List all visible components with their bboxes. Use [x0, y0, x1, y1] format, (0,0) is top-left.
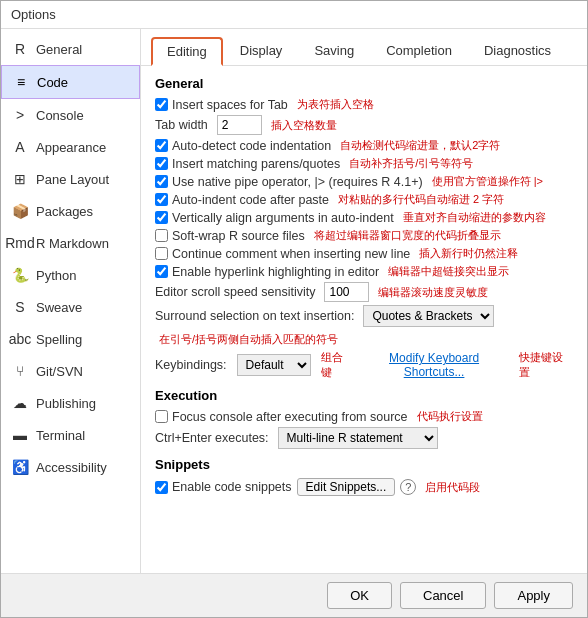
native-pipe-checkbox[interactable] [155, 175, 168, 188]
sidebar-label-pane-layout: Pane Layout [36, 172, 109, 187]
tab-display[interactable]: Display [225, 37, 298, 65]
soft-wrap-row: Soft-wrap R source files 将超过编辑器窗口宽度的代码折叠… [155, 228, 573, 243]
sidebar-item-git-svn[interactable]: ⑂Git/SVN [1, 355, 140, 387]
editing-panel: General Insert spaces for Tab 为表符插入空格 Ta… [141, 66, 587, 573]
bottom-bar: OK Cancel Apply [1, 573, 587, 617]
insert-spaces-annotation: 为表符插入空格 [297, 97, 374, 112]
cancel-button[interactable]: Cancel [400, 582, 486, 609]
focus-console-annotation: 代码执行设置 [417, 409, 483, 424]
insert-matching-text: Insert matching parens/quotes [172, 157, 340, 171]
auto-indent-label[interactable]: Auto-indent code after paste [155, 193, 329, 207]
sidebar-icon-publishing: ☁ [11, 394, 29, 412]
ctrl-enter-label: Ctrl+Enter executes: [155, 431, 269, 445]
sidebar-item-python[interactable]: 🐍Python [1, 259, 140, 291]
sidebar-item-spelling[interactable]: abcSpelling [1, 323, 140, 355]
soft-wrap-label[interactable]: Soft-wrap R source files [155, 229, 305, 243]
auto-detect-label[interactable]: Auto-detect code indentation [155, 139, 331, 153]
sidebar-item-appearance[interactable]: AAppearance [1, 131, 140, 163]
auto-detect-annotation: 自动检测代码缩进量，默认2字符 [340, 138, 500, 153]
tab-width-label: Tab width [155, 118, 208, 132]
surround-label: Surround selection on text insertion: [155, 309, 354, 323]
focus-console-text: Focus console after executing from sourc… [172, 410, 408, 424]
sidebar-label-packages: Packages [36, 204, 93, 219]
tab-completion[interactable]: Completion [371, 37, 467, 65]
modify-shortcuts-button[interactable]: Modify Keyboard Shortcuts... [359, 351, 509, 379]
sidebar-label-git-svn: Git/SVN [36, 364, 83, 379]
sidebar-item-publishing[interactable]: ☁Publishing [1, 387, 140, 419]
sidebar-label-appearance: Appearance [36, 140, 106, 155]
sidebar-icon-code: ≡ [12, 73, 30, 91]
surround-select[interactable]: Quotes & Brackets Quotes None [363, 305, 494, 327]
vertically-align-label[interactable]: Vertically align arguments in auto-inden… [155, 211, 394, 225]
scroll-speed-row: Editor scroll speed sensitivity 编辑器滚动速度灵… [155, 282, 573, 302]
native-pipe-label[interactable]: Use native pipe operator, |> (requires R… [155, 175, 423, 189]
ctrl-enter-select[interactable]: Multi-line R statement Current line [278, 427, 438, 449]
enable-snippets-row: Enable code snippets Edit Snippets... ? … [155, 478, 573, 496]
sidebar-item-accessibility[interactable]: ♿Accessibility [1, 451, 140, 483]
sidebar: RGeneral≡Code>ConsoleAAppearance⊞Pane La… [1, 29, 141, 573]
ctrl-enter-row: Ctrl+Enter executes: Multi-line R statem… [155, 427, 573, 449]
focus-console-checkbox[interactable] [155, 410, 168, 423]
sidebar-item-packages[interactable]: 📦Packages [1, 195, 140, 227]
sidebar-item-pane-layout[interactable]: ⊞Pane Layout [1, 163, 140, 195]
insert-spaces-checkbox[interactable] [155, 98, 168, 111]
sidebar-item-general[interactable]: RGeneral [1, 33, 140, 65]
surround-row: Surround selection on text insertion: Qu… [155, 305, 573, 347]
focus-console-row: Focus console after executing from sourc… [155, 409, 573, 424]
tab-editing[interactable]: Editing [151, 37, 223, 66]
ok-button[interactable]: OK [327, 582, 392, 609]
sidebar-icon-pane-layout: ⊞ [11, 170, 29, 188]
vertically-align-checkbox[interactable] [155, 211, 168, 224]
enable-snippets-annotation: 启用代码段 [425, 480, 480, 495]
auto-indent-annotation: 对粘贴的多行代码自动缩进 2 字符 [338, 192, 504, 207]
auto-detect-checkbox[interactable] [155, 139, 168, 152]
snippets-section-title: Snippets [155, 457, 573, 472]
insert-matching-label[interactable]: Insert matching parens/quotes [155, 157, 340, 171]
enable-hyperlink-label[interactable]: Enable hyperlink highlighting in editor [155, 265, 379, 279]
sidebar-item-r-markdown[interactable]: RmdR Markdown [1, 227, 140, 259]
scroll-speed-label: Editor scroll speed sensitivity [155, 285, 315, 299]
insert-matching-annotation: 自动补齐括号/引号等符号 [349, 156, 473, 171]
keybindings-select[interactable]: Default Vim Emacs Sublime [237, 354, 311, 376]
tab-width-row: Tab width 插入空格数量 [155, 115, 573, 135]
insert-matching-checkbox[interactable] [155, 157, 168, 170]
continue-comment-label[interactable]: Continue comment when inserting new line [155, 247, 410, 261]
sidebar-icon-spelling: abc [11, 330, 29, 348]
auto-indent-checkbox[interactable] [155, 193, 168, 206]
sidebar-icon-git-svn: ⑂ [11, 362, 29, 380]
sidebar-label-general: General [36, 42, 82, 57]
surround-annotation: 在引号/括号两侧自动插入匹配的符号 [159, 332, 338, 347]
soft-wrap-checkbox[interactable] [155, 229, 168, 242]
native-pipe-row: Use native pipe operator, |> (requires R… [155, 174, 573, 189]
sidebar-icon-accessibility: ♿ [11, 458, 29, 476]
sidebar-icon-sweave: S [11, 298, 29, 316]
continue-comment-checkbox[interactable] [155, 247, 168, 260]
sidebar-item-console[interactable]: >Console [1, 99, 140, 131]
sidebar-item-code[interactable]: ≡Code [1, 65, 140, 99]
sidebar-icon-console: > [11, 106, 29, 124]
edit-snippets-button[interactable]: Edit Snippets... [297, 478, 396, 496]
tab-saving[interactable]: Saving [299, 37, 369, 65]
enable-snippets-label[interactable]: Enable code snippets [155, 480, 292, 494]
scroll-speed-input[interactable] [324, 282, 369, 302]
insert-spaces-label[interactable]: Insert spaces for Tab [155, 98, 288, 112]
tab-diagnostics[interactable]: Diagnostics [469, 37, 566, 65]
sidebar-icon-packages: 📦 [11, 202, 29, 220]
sidebar-label-spelling: Spelling [36, 332, 82, 347]
snippets-help-icon[interactable]: ? [400, 479, 416, 495]
title-bar: Options [1, 1, 587, 29]
sidebar-icon-python: 🐍 [11, 266, 29, 284]
sidebar-item-sweave[interactable]: SSweave [1, 291, 140, 323]
main-panel: EditingDisplaySavingCompletionDiagnostic… [141, 29, 587, 573]
sidebar-label-code: Code [37, 75, 68, 90]
enable-snippets-checkbox[interactable] [155, 481, 168, 494]
focus-console-label[interactable]: Focus console after executing from sourc… [155, 410, 408, 424]
continue-comment-annotation: 插入新行时仍然注释 [419, 246, 518, 261]
soft-wrap-annotation: 将超过编辑器窗口宽度的代码折叠显示 [314, 228, 501, 243]
vertically-align-row: Vertically align arguments in auto-inden… [155, 210, 573, 225]
apply-button[interactable]: Apply [494, 582, 573, 609]
sidebar-item-terminal[interactable]: ▬Terminal [1, 419, 140, 451]
tab-width-input[interactable] [217, 115, 262, 135]
sidebar-icon-general: R [11, 40, 29, 58]
enable-hyperlink-checkbox[interactable] [155, 265, 168, 278]
